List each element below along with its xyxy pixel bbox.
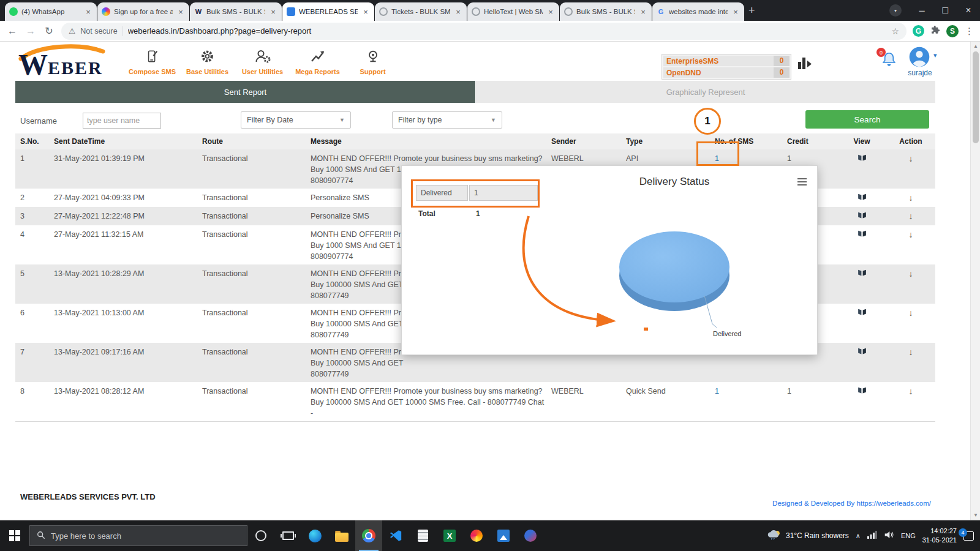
username-filter-input[interactable] bbox=[83, 113, 161, 129]
browser-profile-avatar[interactable]: S bbox=[946, 25, 959, 37]
cell-sno: 3 bbox=[15, 211, 49, 222]
tab-close-icon[interactable]: × bbox=[731, 7, 740, 17]
tab-close-icon[interactable]: × bbox=[454, 7, 462, 17]
network-icon[interactable] bbox=[867, 531, 877, 541]
nav-support[interactable]: Support bbox=[347, 49, 399, 75]
view-report-icon[interactable] bbox=[837, 347, 886, 359]
edge-icon[interactable] bbox=[301, 520, 328, 551]
download-icon[interactable]: ↓ bbox=[886, 307, 935, 319]
task-view-icon[interactable] bbox=[274, 520, 301, 551]
balance-panel: EnterpriseSMS 0 OpenDND 0 bbox=[662, 54, 791, 80]
browser-tab-hellotext[interactable]: HelloText | Web SM × bbox=[467, 2, 559, 21]
view-report-icon[interactable] bbox=[837, 307, 886, 320]
browser-tab-bulksms-2[interactable]: Bulk SMS - BULK S × bbox=[560, 2, 652, 21]
volume-icon[interactable] bbox=[884, 530, 894, 541]
window-maximize-button[interactable]: ☐ bbox=[933, 0, 957, 21]
table-row[interactable]: 8 13-May-2021 08:28:12 AM Transactional … bbox=[15, 382, 935, 421]
window-close-button[interactable]: × bbox=[957, 0, 980, 21]
forward-button[interactable]: → bbox=[24, 26, 37, 37]
weather-widget[interactable]: 31°C Rain showers bbox=[767, 529, 849, 542]
file-explorer-icon[interactable] bbox=[328, 520, 355, 551]
tab-close-icon[interactable]: × bbox=[639, 7, 647, 17]
browser-tab-tickets[interactable]: Tickets - BULK SMS × bbox=[375, 2, 467, 21]
view-report-icon[interactable] bbox=[837, 153, 886, 165]
tab-sent-report[interactable]: Sent Report bbox=[15, 81, 475, 103]
extensions-puzzle-icon[interactable] bbox=[930, 25, 940, 37]
tab-close-icon[interactable]: × bbox=[361, 7, 370, 17]
taskbar-clock[interactable]: 14:02:27 31-05-2021 bbox=[922, 527, 957, 545]
chart-menu-icon[interactable] bbox=[797, 178, 807, 187]
cell-credit: 1 bbox=[777, 153, 837, 164]
url-text[interactable]: weberleads.in/Dashboard.php?page=deliver… bbox=[128, 26, 887, 36]
security-label[interactable]: Not secure bbox=[80, 27, 117, 36]
view-report-icon[interactable] bbox=[837, 268, 886, 280]
nav-compose-sms[interactable]: Compose SMS bbox=[126, 49, 178, 75]
view-report-icon[interactable] bbox=[837, 192, 886, 204]
weber-logo[interactable]: W EBER bbox=[16, 43, 126, 82]
nav-base-utilities[interactable]: Base Utilities bbox=[181, 49, 233, 75]
sms-count-link[interactable]: 1 bbox=[703, 386, 777, 397]
footer-credit-link[interactable]: Designed & Developed By https://weberlea… bbox=[772, 500, 931, 507]
address-bar[interactable]: ⚠ Not secure weberleads.in/Dashboard.php… bbox=[61, 23, 907, 40]
paint-icon[interactable] bbox=[463, 520, 490, 551]
back-button[interactable]: ← bbox=[6, 26, 18, 37]
browser-tab-whatsapp[interactable]: (4) WhatsApp × bbox=[5, 2, 97, 21]
scroll-down-icon[interactable]: ▼ bbox=[971, 512, 980, 518]
nav-label: User Utilities bbox=[242, 68, 283, 75]
bar-chart-icon[interactable] bbox=[796, 55, 812, 73]
filter-by-type-select[interactable]: Filter by type ▼ bbox=[392, 111, 502, 129]
view-report-icon[interactable] bbox=[837, 386, 886, 398]
browser-tab-weberleads-active[interactable]: WEBERLEADS SERV × bbox=[282, 2, 374, 21]
download-icon[interactable]: ↓ bbox=[886, 229, 935, 241]
tab-close-icon[interactable]: × bbox=[84, 7, 92, 17]
bookmark-star-icon[interactable]: ☆ bbox=[891, 26, 899, 36]
username-text[interactable]: surajde bbox=[904, 69, 936, 77]
view-report-icon[interactable] bbox=[837, 229, 886, 241]
tab-close-icon[interactable]: × bbox=[546, 7, 555, 17]
browser-tab-bulksms-1[interactable]: W Bulk SMS - BULK S × bbox=[190, 2, 282, 21]
grammarly-extension-icon[interactable]: G bbox=[913, 25, 924, 37]
view-report-icon[interactable] bbox=[837, 211, 886, 223]
download-icon[interactable]: ↓ bbox=[886, 192, 935, 204]
cortana-icon[interactable] bbox=[247, 520, 274, 551]
media-controls-icon[interactable]: ▾ bbox=[889, 4, 902, 17]
window-minimize-button[interactable]: ─ bbox=[910, 0, 933, 21]
browser-tab-websites[interactable]: G websites made inte × bbox=[652, 2, 744, 21]
cell-datetime: 13-May-2021 08:28:12 AM bbox=[49, 386, 197, 397]
scrollbar-thumb[interactable] bbox=[973, 51, 979, 143]
address-divider bbox=[123, 26, 123, 36]
download-icon[interactable]: ↓ bbox=[886, 386, 935, 397]
vscode-icon[interactable] bbox=[382, 520, 409, 551]
excel-icon[interactable]: X bbox=[436, 520, 463, 551]
tab-close-icon[interactable]: × bbox=[176, 7, 185, 17]
notification-bell-icon[interactable]: 0 bbox=[881, 51, 897, 70]
taskbar-search[interactable]: Type here to search bbox=[29, 525, 247, 546]
page-scrollbar[interactable]: ▲ ▼ bbox=[970, 42, 980, 520]
new-tab-button[interactable]: + bbox=[748, 4, 755, 17]
download-icon[interactable]: ↓ bbox=[886, 153, 935, 165]
reload-button[interactable]: ↻ bbox=[43, 25, 55, 37]
language-indicator[interactable]: ENG bbox=[901, 532, 916, 539]
tab-close-icon[interactable]: × bbox=[269, 7, 277, 17]
browser-tab-signup[interactable]: Sign up for a free a × bbox=[97, 2, 189, 21]
nav-mega-reports[interactable]: Mega Reports bbox=[292, 49, 344, 75]
action-center-icon[interactable]: 4 bbox=[963, 531, 974, 541]
start-button[interactable] bbox=[0, 520, 29, 551]
tab-graphically-represent[interactable]: Graphically Represent bbox=[476, 81, 935, 103]
user-avatar[interactable] bbox=[909, 47, 930, 70]
nav-user-utilities[interactable]: User Utilities bbox=[236, 49, 288, 75]
filter-by-date-select[interactable]: Filter By Date ▼ bbox=[241, 111, 351, 129]
chrome-icon[interactable] bbox=[355, 520, 382, 551]
notepad-icon[interactable] bbox=[409, 520, 436, 551]
scroll-up-icon[interactable]: ▲ bbox=[971, 43, 980, 49]
paint3d-icon[interactable] bbox=[517, 520, 544, 551]
search-button[interactable]: Search bbox=[805, 110, 929, 129]
hidden-icons-chevron[interactable]: ∧ bbox=[856, 532, 861, 540]
download-icon[interactable]: ↓ bbox=[886, 347, 935, 358]
photos-icon[interactable] bbox=[490, 520, 517, 551]
browser-menu-icon[interactable]: ⋮ bbox=[965, 26, 974, 37]
download-icon[interactable]: ↓ bbox=[886, 211, 935, 222]
profile-dropdown-caret-icon[interactable]: ▾ bbox=[933, 51, 937, 59]
download-icon[interactable]: ↓ bbox=[886, 268, 935, 280]
windows-taskbar: Type here to search X 31°C Rain showers … bbox=[0, 520, 980, 551]
